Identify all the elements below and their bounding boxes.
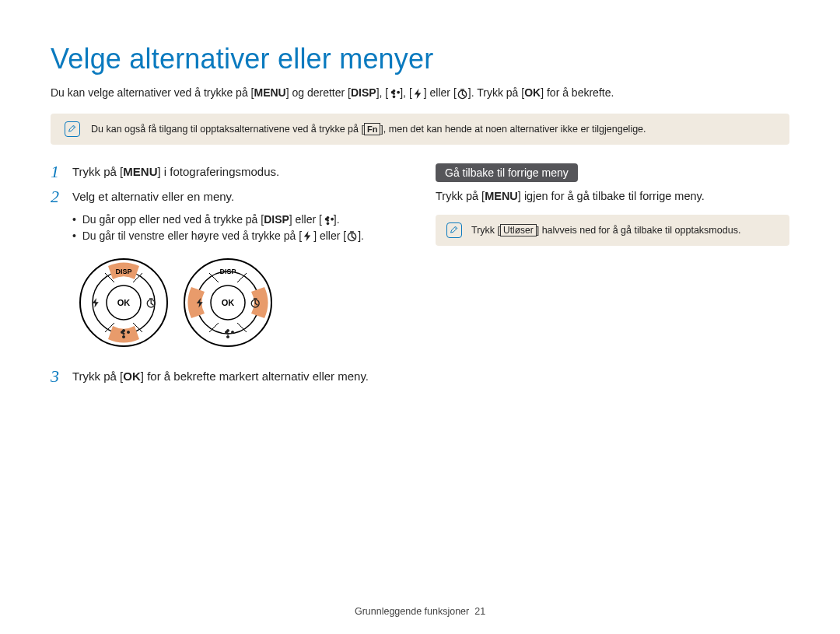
flash-icon (302, 230, 313, 242)
text: Du går opp eller ned ved å trykke på [ (82, 213, 264, 226)
dial-left-right: DISP OK (181, 256, 275, 349)
text: ], [ (400, 86, 412, 99)
ok-label: OK (117, 298, 131, 307)
go-back-text: Trykk på [MENU] igjen for å gå tilbake t… (436, 190, 789, 202)
text: ], [ (376, 86, 389, 99)
text: ], men det kan hende at noen alternative… (380, 124, 646, 135)
page-footer: Grunnleggende funksjoner 21 (0, 606, 840, 617)
step-2: 2 Velg et alternativ eller en meny. (51, 188, 404, 205)
menu-label: MENU (485, 190, 518, 202)
right-column: Gå tilbake til forrige meny Trykk på [ME… (436, 163, 789, 394)
fn-label: Fn (364, 123, 380, 135)
text: ] eller [ (289, 213, 322, 226)
text: ] i fotograferingsmodus. (157, 165, 279, 178)
text: ] og deretter [ (286, 86, 351, 99)
text: ]. Trykk på [ (468, 86, 524, 99)
step-3: 3 Trykk på [OK] for å bekrefte markert a… (51, 368, 404, 385)
text: ] igjen for å gå tilbake til forrige men… (518, 190, 705, 202)
flower-icon (322, 215, 334, 226)
text: ] eller [ (424, 86, 457, 99)
step-number: 3 (51, 368, 65, 385)
text: Du kan velge alternativer ved å trykke p… (51, 86, 254, 99)
svg-text:OK: OK (222, 298, 235, 307)
text: ] for å bekrefte. (541, 86, 614, 99)
menu-label: MENU (123, 165, 157, 178)
step-1: 1 Trykk på [MENU] i fotograferingsmodus. (51, 163, 404, 180)
flower-icon (388, 88, 400, 100)
step-number: 1 (51, 163, 65, 180)
ok-label: OK (123, 370, 141, 383)
shutter-label: Utløser (500, 224, 537, 236)
footer-section: Grunnleggende funksjoner (355, 606, 469, 617)
text: ] halvveis ned for å gå tilbake til oppt… (537, 225, 741, 236)
disp-label: DISP (115, 268, 131, 275)
page-number: 21 (474, 606, 485, 617)
text: ] for å bekrefte markert alternativ elle… (141, 370, 369, 383)
timer-icon (346, 230, 358, 242)
pencil-icon (446, 222, 462, 238)
page-title: Velge alternativer eller menyer (51, 43, 789, 75)
control-dials: DISP OK D (77, 256, 404, 349)
note-box: Du kan også få tilgang til opptaksaltern… (51, 114, 789, 145)
note-text: Trykk [Utløser] halvveis ned for å gå ti… (471, 224, 740, 236)
bullet: • Du går opp eller ned ved å trykke på [… (72, 213, 404, 226)
go-back-heading: Gå tilbake til forrige meny (436, 163, 578, 182)
step-number: 2 (51, 188, 65, 205)
flash-icon (412, 88, 424, 100)
pencil-icon (65, 121, 80, 137)
disp-label: DISP (351, 86, 376, 99)
text: ]. (334, 213, 340, 226)
text: Velg et alternativ eller en meny. (72, 188, 234, 205)
svg-text:DISP: DISP (219, 268, 236, 275)
note-box: Trykk [Utløser] halvveis ned for å gå ti… (436, 215, 789, 246)
text: Trykk på [ (436, 190, 485, 202)
text: ] eller [ (313, 229, 346, 242)
menu-label: MENU (254, 86, 285, 99)
text: ]. (358, 229, 364, 242)
text: Du går til venstre eller høyre ved å try… (82, 229, 302, 242)
text: Trykk på [ (72, 165, 123, 178)
text: Du kan også få tilgang til opptaksaltern… (91, 124, 364, 135)
left-column: 1 Trykk på [MENU] i fotograferingsmodus.… (51, 163, 404, 394)
dial-up-down: DISP OK (77, 256, 170, 349)
timer-icon (457, 88, 468, 100)
note-text: Du kan også få tilgang til opptaksaltern… (91, 123, 646, 135)
disp-label: DISP (264, 213, 289, 226)
text: Trykk på [ (72, 370, 123, 383)
bullet: • Du går til venstre eller høyre ved å t… (72, 229, 404, 243)
bullet-list: • Du går opp eller ned ved å trykke på [… (72, 213, 404, 243)
text: Trykk [ (471, 225, 500, 236)
ok-label: OK (524, 86, 541, 99)
intro-paragraph: Du kan velge alternativer ved å trykke p… (51, 86, 789, 100)
